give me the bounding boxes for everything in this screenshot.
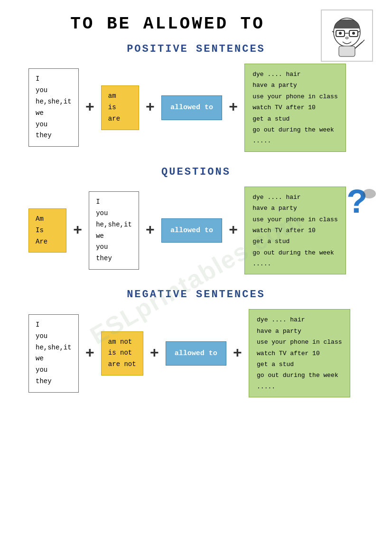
positive-connector-text: allowed to <box>170 103 213 112</box>
positive-verb-box: am is are <box>101 85 139 130</box>
positive-verb-text: am is are <box>108 92 120 122</box>
positive-pronouns-text: I you he,she,it we you they <box>36 75 72 139</box>
questions-examples-text: dye .... hair have a party use your phon… <box>252 194 337 267</box>
questions-verb-box: Am Is Are <box>28 208 66 253</box>
cartoon-image <box>321 9 373 62</box>
negative-pronouns-box: I you he,she,it we you they <box>28 314 79 393</box>
negative-connector-box: allowed to <box>166 341 226 366</box>
plus-8: + <box>150 345 159 362</box>
questions-formula-row: Am Is Are + I you he,she,it we you they … <box>19 187 373 275</box>
negative-examples-box: dye .... hair have a party use your phon… <box>249 309 350 397</box>
questions-row-wrap: Am Is Are + I you he,she,it we you they … <box>19 187 373 275</box>
questions-title: QUESTIONS <box>19 166 373 178</box>
questions-examples-box: dye .... hair have a party use your phon… <box>244 187 345 275</box>
svg-line-11 <box>363 40 364 42</box>
questions-section: QUESTIONS Am Is Are + I you he,she,it we… <box>19 166 373 275</box>
questions-pronouns-text: I you he,she,it we you they <box>96 198 132 262</box>
svg-rect-9 <box>339 46 355 56</box>
svg-point-7 <box>352 32 355 35</box>
positive-examples-text: dye .... hair have a party use your phon… <box>252 71 337 144</box>
negative-verb-box: am not is not are not <box>101 331 143 376</box>
positive-formula-row: I you he,she,it we you they + am is are … <box>19 64 373 152</box>
page-title: TO BE ALLOWED TO <box>19 14 373 34</box>
plus-6: + <box>229 222 238 239</box>
positive-section: POSITIVE SENTENCES I you he,she,it we yo… <box>19 43 373 152</box>
plus-1: + <box>85 99 94 116</box>
svg-text:?: ? <box>347 184 367 220</box>
svg-point-13 <box>363 189 376 198</box>
svg-point-6 <box>339 32 342 35</box>
plus-9: + <box>233 345 242 362</box>
positive-connector-box: allowed to <box>161 95 222 120</box>
plus-2: + <box>146 99 155 116</box>
negative-section: NEGATIVE SENTENCES I you he,she,it we yo… <box>19 289 373 397</box>
negative-connector-text: allowed to <box>175 349 217 357</box>
positive-pronouns-box: I you he,she,it we you they <box>28 68 79 147</box>
questions-verb-text: Am Is Are <box>36 215 47 245</box>
negative-examples-text: dye .... hair have a party use your phon… <box>257 316 342 390</box>
positive-examples-box: dye .... hair have a party use your phon… <box>244 64 345 152</box>
negative-title: NEGATIVE SENTENCES <box>19 289 373 301</box>
question-mark-icon: ? <box>345 182 378 222</box>
questions-connector-text: allowed to <box>170 226 213 235</box>
plus-3: + <box>229 99 238 116</box>
questions-pronouns-box: I you he,she,it we you they <box>89 191 139 270</box>
negative-formula-row: I you he,she,it we you they + am not is … <box>19 309 373 397</box>
negative-verb-text: am not is not are not <box>108 338 136 368</box>
svg-point-8 <box>345 37 348 39</box>
questions-connector-box: allowed to <box>161 218 222 243</box>
plus-7: + <box>85 345 94 362</box>
positive-title: POSITIVE SENTENCES <box>19 43 373 55</box>
plus-4: + <box>73 222 82 239</box>
plus-5: + <box>146 222 155 239</box>
negative-pronouns-text: I you he,she,it we you they <box>36 321 72 385</box>
